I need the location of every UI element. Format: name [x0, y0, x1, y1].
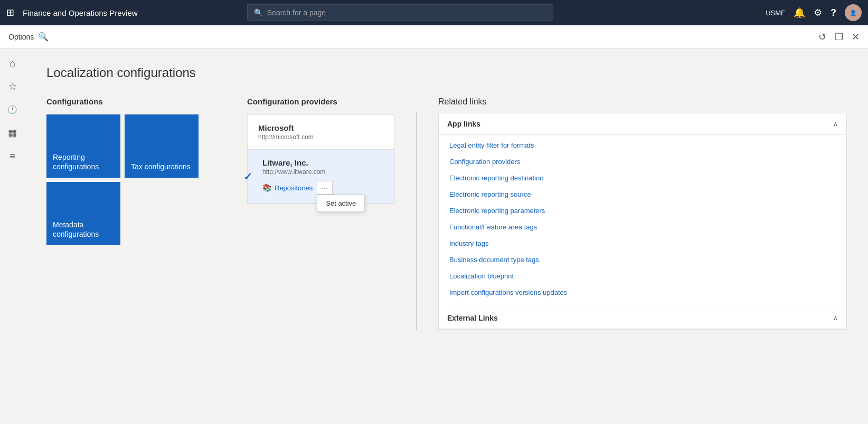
left-sidebar: ⌂ ☆ 🕐 ▦ ≡: [0, 49, 25, 424]
nav-recent-icon[interactable]: 🕐: [2, 99, 23, 120]
link-functional-tags[interactable]: Functional/Feature area tags: [439, 219, 846, 235]
related-links-title: Related links: [438, 97, 847, 107]
tile-tax[interactable]: Tax configurations: [125, 114, 199, 178]
app-links-chevron-icon: ∧: [833, 120, 838, 128]
providers-section: Configuration providers Microsoft http:/…: [247, 97, 395, 204]
ellipsis-button[interactable]: ···: [317, 181, 333, 195]
close-icon[interactable]: ✕: [852, 31, 860, 43]
link-business-document-tags[interactable]: Business document type tags: [439, 252, 846, 268]
repositories-icon: 📚: [262, 184, 271, 192]
search-input[interactable]: [267, 8, 546, 17]
secondary-bar: Options 🔍 ↺ ❐ ✕: [0, 25, 868, 49]
refresh-icon[interactable]: ↺: [818, 31, 826, 43]
avatar[interactable]: 👤: [845, 4, 862, 21]
provider-card-microsoft: Microsoft http://microsoft.com: [248, 115, 394, 150]
search-bar[interactable]: 🔍: [247, 4, 553, 21]
company-code: USMF: [766, 9, 785, 17]
secondary-bar-right: ↺ ❐ ✕: [818, 31, 860, 43]
app-links-section-header[interactable]: App links ∧: [439, 113, 846, 135]
provider-name-litware: Litware, Inc.: [262, 158, 384, 167]
app-links-label: App links: [447, 120, 480, 128]
active-checkmark: ✓: [243, 170, 252, 183]
app-links-list: Legal entity filter for formats Configur…: [439, 135, 846, 303]
nav-favorites-icon[interactable]: ☆: [2, 76, 23, 97]
nav-workspaces-icon[interactable]: ▦: [2, 122, 23, 143]
external-links-chevron-icon: ∧: [833, 314, 838, 322]
grid-icon[interactable]: ⊞: [6, 7, 14, 18]
top-nav-right: USMF 🔔 ⚙ ? 👤: [766, 4, 862, 21]
external-links-label: External Links: [447, 314, 498, 322]
config-tiles: Reporting configurations Tax configurati…: [46, 114, 226, 245]
link-config-providers[interactable]: Configuration providers: [439, 153, 846, 170]
scroll-divider: [416, 112, 417, 330]
content-area: Configurations Reporting configurations …: [46, 97, 847, 330]
nav-home-icon[interactable]: ⌂: [2, 53, 23, 74]
set-active-menu-item[interactable]: Set active: [317, 195, 364, 211]
providers-section-header: Configuration providers: [247, 97, 395, 106]
ellipsis-label: ···: [322, 184, 328, 192]
options-label: Options: [8, 33, 34, 41]
related-links-panel: App links ∧ Legal entity filter for form…: [438, 113, 847, 330]
page-title: Localization configurations: [46, 65, 847, 80]
top-navigation: ⊞ Finance and Operations Preview 🔍 USMF …: [0, 0, 868, 25]
search-icon: 🔍: [254, 8, 263, 17]
repositories-button[interactable]: 📚 Repositories: [262, 184, 313, 192]
provider-actions: 📚 Repositories ··· Set active: [262, 181, 384, 195]
provider-url-litware: http://www.litware.com: [262, 168, 384, 176]
main-content: Localization configurations Configuratio…: [25, 49, 868, 424]
external-links-section-header[interactable]: External Links ∧: [439, 307, 846, 329]
link-legal-entity[interactable]: Legal entity filter for formats: [439, 137, 846, 153]
provider-url-microsoft: http://microsoft.com: [258, 133, 384, 141]
links-divider: [447, 305, 838, 305]
provider-card-litware: ✓ Litware, Inc. http://www.litware.com 📚…: [248, 150, 394, 204]
tile-metadata[interactable]: Metadata configurations: [46, 182, 120, 245]
provider-name-microsoft: Microsoft: [258, 123, 384, 132]
settings-icon[interactable]: ⚙: [814, 7, 822, 18]
link-localization-blueprint[interactable]: Localization blueprint: [439, 268, 846, 284]
link-er-parameters[interactable]: Electronic reporting parameters: [439, 203, 846, 219]
provider-list: Microsoft http://microsoft.com ✓ Litware…: [247, 114, 395, 204]
ellipsis-container: ··· Set active: [317, 181, 333, 195]
restore-icon[interactable]: ❐: [835, 31, 843, 43]
nav-modules-icon[interactable]: ≡: [2, 146, 23, 167]
configurations-section: Configurations Reporting configurations …: [46, 97, 226, 245]
ellipsis-dropdown: Set active: [317, 195, 365, 212]
help-icon[interactable]: ?: [831, 7, 836, 18]
app-title: Finance and Operations Preview: [23, 8, 138, 17]
link-import-config-versions[interactable]: Import configurations versions updates: [439, 284, 846, 301]
link-industry-tags[interactable]: Industry tags: [439, 235, 846, 252]
secondary-search-icon[interactable]: 🔍: [38, 32, 49, 42]
link-er-source[interactable]: Electronic reporting source: [439, 186, 846, 203]
configurations-section-header: Configurations: [46, 97, 226, 106]
link-er-destination[interactable]: Electronic reporting destination: [439, 170, 846, 186]
related-links-section: Related links App links ∧ Legal entity f…: [438, 97, 847, 330]
tile-reporting[interactable]: Reporting configurations: [46, 114, 120, 178]
repositories-label: Repositories: [275, 184, 313, 192]
notification-icon[interactable]: 🔔: [794, 7, 805, 18]
